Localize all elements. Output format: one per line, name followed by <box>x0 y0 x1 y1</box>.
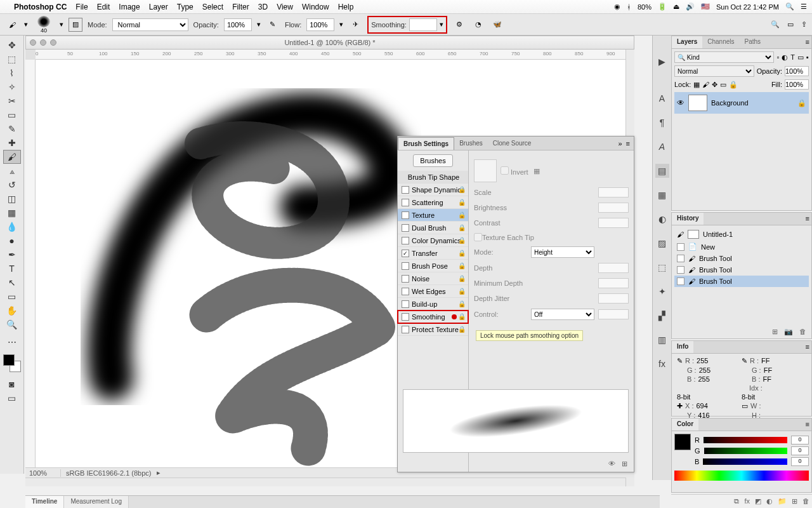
tab-clone-source[interactable]: Clone Source <box>488 137 537 149</box>
opt-protect-texture[interactable]: Protect Texture🔒 <box>398 323 468 336</box>
value-r[interactable]: 0 <box>791 436 809 444</box>
contrast-field[interactable] <box>598 218 629 228</box>
filter-adj-icon[interactable]: ◐ <box>782 53 788 62</box>
depth-jitter-field[interactable] <box>598 293 629 304</box>
depth-field[interactable] <box>598 263 629 273</box>
smoothing-input[interactable] <box>409 18 437 31</box>
menu-view[interactable]: View <box>277 3 293 11</box>
menu-file[interactable]: File <box>75 3 88 11</box>
tab-history[interactable]: History <box>672 213 704 225</box>
zoom-window-icon[interactable] <box>50 39 56 46</box>
menu-help[interactable]: Help <box>338 3 354 11</box>
marquee-tool-icon[interactable]: ⬚ <box>3 52 21 66</box>
new-doc-from-state-icon[interactable]: ⊞ <box>772 328 778 336</box>
flow-dropdown-icon[interactable]: ▾ <box>339 20 343 29</box>
airbrush-icon[interactable]: ✈ <box>348 18 362 32</box>
link-layers-icon[interactable]: ⧉ <box>734 497 739 505</box>
path-tool-icon[interactable]: ↖ <box>3 276 21 290</box>
color-swatch[interactable] <box>674 434 691 450</box>
color-swatches[interactable] <box>3 354 21 372</box>
scale-field[interactable] <box>598 187 629 197</box>
wand-tool-icon[interactable]: ✧ <box>3 80 21 94</box>
menu-edit[interactable]: Edit <box>97 3 110 11</box>
layers-menu-icon[interactable]: ≡ <box>804 36 811 48</box>
fg-swatch[interactable] <box>3 354 15 366</box>
opt-brush-pose[interactable]: Brush Pose🔒 <box>398 260 468 272</box>
doc-profile[interactable]: sRGB IEC61966-2.1 (8bpc) <box>66 469 152 477</box>
texture-mode-select[interactable]: Height <box>531 246 594 258</box>
quickmask-icon[interactable]: ◙ <box>3 377 21 391</box>
nav-icon[interactable]: ✦ <box>655 284 669 298</box>
flow-input[interactable] <box>306 18 334 31</box>
swatches-icon[interactable]: ▦ <box>655 188 669 202</box>
opt-dual-brush[interactable]: Dual Brush🔒 <box>398 222 468 234</box>
pressure-opacity-icon[interactable]: ✎ <box>266 18 280 32</box>
frame-icon[interactable]: ▭ <box>787 20 794 29</box>
filter-shape-icon[interactable]: ▭ <box>797 53 804 62</box>
opt-build-up[interactable]: Build-up🔒 <box>398 298 468 311</box>
close-window-icon[interactable] <box>30 39 36 46</box>
brush-panel-strip-icon[interactable]: ▤ <box>655 164 669 178</box>
menu-type[interactable]: Type <box>177 3 193 11</box>
eject-icon[interactable]: ⏏ <box>673 3 679 11</box>
char-panel-icon[interactable]: A <box>655 91 669 105</box>
adjustment-icon[interactable]: ◐ <box>766 497 773 505</box>
tab-brush-settings[interactable]: Brush Settings <box>398 137 454 150</box>
texture-picker-icon[interactable]: ▦ <box>534 167 540 175</box>
opacity-dropdown-icon[interactable]: ▾ <box>257 20 261 29</box>
ruler-horizontal[interactable]: 0 50 100 150 200 250 300 350 400 450 500… <box>36 50 625 60</box>
opt-smoothing-highlighted[interactable]: Smoothing🔒 <box>398 311 468 323</box>
clock[interactable]: Sun Oct 22 1:42 PM <box>716 3 779 11</box>
new-preset-icon[interactable]: ⊞ <box>622 460 627 468</box>
brush-tip-shape[interactable]: Brush Tip Shape <box>398 171 468 184</box>
menu-window[interactable]: Window <box>302 3 329 11</box>
play-icon[interactable]: ▶ <box>655 55 669 69</box>
edit-toolbar-icon[interactable]: ⋯ <box>3 335 21 349</box>
heal-tool-icon[interactable]: ✚ <box>3 136 21 150</box>
opt-noise[interactable]: Noise🔒 <box>398 272 468 285</box>
adjustments-icon[interactable]: ◐ <box>655 212 669 226</box>
info-menu-icon[interactable]: ≡ <box>804 341 811 353</box>
opt-wet-edges[interactable]: Wet Edges🔒 <box>398 285 468 298</box>
blur-tool-icon[interactable]: 💧 <box>3 220 21 234</box>
new-layer-icon[interactable]: ⊞ <box>792 497 797 505</box>
pen-tool-icon[interactable]: ✒ <box>3 248 21 262</box>
min-depth-field[interactable] <box>598 278 629 288</box>
hand-tool-icon[interactable]: ✋ <box>3 304 21 318</box>
3d-panel-icon[interactable]: ⬚ <box>655 260 669 274</box>
history-menu-icon[interactable]: ≡ <box>804 213 811 225</box>
filter-type-icon[interactable]: T <box>790 53 795 61</box>
menu-icon[interactable]: ☰ <box>801 3 807 11</box>
texture-each-tip-checkbox[interactable] <box>474 233 482 241</box>
mask-icon[interactable]: ◩ <box>755 497 761 505</box>
props-icon[interactable]: ▥ <box>655 333 669 347</box>
opt-shape-dynamics[interactable]: Shape Dynamics🔒 <box>398 184 468 196</box>
panel-collapse-icon[interactable]: » <box>618 140 622 147</box>
control-field[interactable] <box>598 309 629 319</box>
lasso-tool-icon[interactable]: ⌇ <box>3 66 21 80</box>
invert-checkbox[interactable] <box>501 166 509 175</box>
opt-texture[interactable]: Texture🔒 <box>398 209 468 222</box>
search-icon[interactable]: 🔍 <box>771 20 780 29</box>
tab-timeline[interactable]: Timeline <box>25 496 64 508</box>
doc-zoom[interactable]: 100% <box>29 469 61 477</box>
doc-info-dropdown-icon[interactable]: ▸ <box>157 469 160 477</box>
opt-scattering[interactable]: Scattering🔒 <box>398 196 468 209</box>
stamp-tool-icon[interactable]: ⟁ <box>3 164 21 178</box>
layer-thumbnail[interactable] <box>688 95 707 111</box>
history-brush-icon[interactable]: ↺ <box>3 178 21 192</box>
history-item[interactable]: 🖌Brush Tool <box>674 253 809 264</box>
type-tool-icon[interactable]: T <box>3 262 21 276</box>
history-item[interactable]: 📄New <box>674 241 809 253</box>
lock-all-icon[interactable]: 🔒 <box>729 81 738 89</box>
brush-preset-picker[interactable]: 40 <box>33 16 55 34</box>
control-select[interactable]: Off <box>531 309 594 320</box>
histogram-icon[interactable]: ▞ <box>655 309 669 323</box>
history-item[interactable]: 🖌Brush Tool <box>674 264 809 276</box>
ruler-vertical[interactable] <box>25 60 36 469</box>
history-snapshot[interactable]: 🖌Untitled-1 <box>674 228 809 241</box>
filter-image-icon[interactable]: ▫ <box>776 53 779 61</box>
lock-transparent-icon[interactable]: ▦ <box>693 81 700 89</box>
crop-tool-icon[interactable]: ✂ <box>3 94 21 108</box>
menu-select[interactable]: Select <box>202 3 223 11</box>
